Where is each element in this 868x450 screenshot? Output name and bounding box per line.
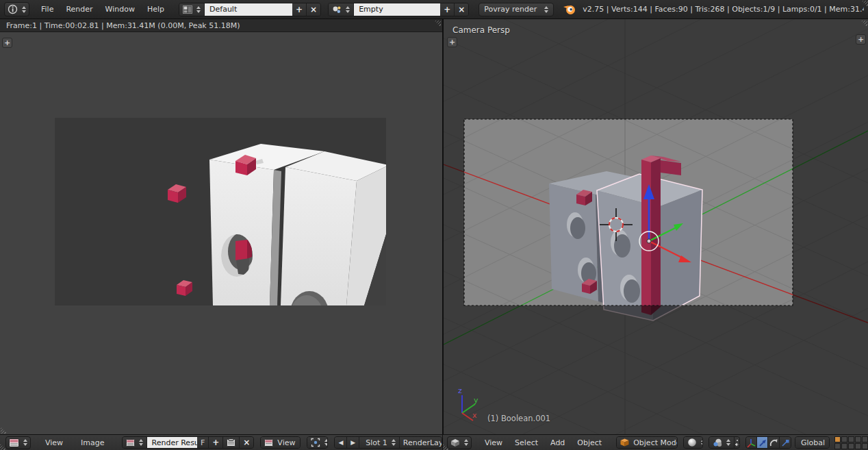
browse-arrows <box>194 6 201 13</box>
menu-render[interactable]: Render <box>60 5 99 14</box>
scale-manipulator-toggle[interactable] <box>780 437 791 449</box>
menu-view[interactable]: View <box>478 438 509 447</box>
info-header: File Render Window Help Default + × <box>0 0 868 19</box>
toolshelf-expand-button[interactable]: + <box>2 38 12 48</box>
manipulate-centers-icon <box>735 439 740 448</box>
image-pack-button[interactable] <box>223 437 240 448</box>
slot-prev-button[interactable]: ◀ <box>335 437 347 448</box>
slot-dropdown[interactable]: Slot 1 <box>359 437 400 448</box>
dropdown-arrows <box>827 439 830 446</box>
manipulator-group <box>745 436 791 449</box>
render-result-image[interactable] <box>55 118 386 305</box>
scene-browse-button[interactable] <box>329 3 354 16</box>
orientation-dropdown[interactable]: Global <box>795 436 830 449</box>
mode-value: Object Mode <box>631 438 678 447</box>
image-datablock: Render Result F + × <box>122 436 255 449</box>
image-editor-area: Frame:1 | Time:00:02.81 | Mem:31.41M (0.… <box>0 19 442 434</box>
pivot-group <box>709 436 740 449</box>
browse-arrows <box>137 439 143 446</box>
dropdown-arrows <box>724 439 730 446</box>
image-unlink-button[interactable]: × <box>240 437 253 448</box>
render-layer-dropdown[interactable]: RenderLay <box>400 437 442 448</box>
mode-value: View <box>275 438 297 447</box>
image-icon <box>126 439 135 447</box>
mode-dropdown[interactable]: Object Mode <box>616 436 678 449</box>
blender-logo-icon <box>563 3 576 16</box>
editor-type-button-image[interactable] <box>5 436 31 449</box>
scene-statistics: v2.75 | Verts:144 | Faces:90 | Tris:268 … <box>583 5 864 14</box>
pivot-dropdown[interactable] <box>307 436 328 449</box>
layer-1-active[interactable] <box>834 436 841 442</box>
editor-mode-dropdown[interactable]: View <box>260 436 301 449</box>
menu-help[interactable]: Help <box>141 5 170 14</box>
shading-sphere-icon <box>687 438 697 447</box>
browse-arrows <box>344 6 350 13</box>
corner-grip[interactable] <box>1 423 11 434</box>
render-info-bar: Frame:1 | Time:00:02.81 | Mem:31.41M (0.… <box>0 19 442 32</box>
fake-user-button[interactable]: F <box>197 437 209 448</box>
blender-window: File Render Window Help Default + × <box>0 0 868 450</box>
menu-select[interactable]: Select <box>509 438 544 447</box>
viewport-shading-dropdown[interactable] <box>683 436 703 449</box>
screen-layout-selector: Default + × <box>179 3 321 16</box>
render-engine-dropdown[interactable]: Povray render <box>478 3 554 16</box>
menu-file[interactable]: File <box>35 5 60 14</box>
image-name-field[interactable]: Render Result <box>147 437 197 448</box>
info-icon <box>8 4 18 14</box>
image-new-button[interactable]: + <box>209 437 223 448</box>
menu-image[interactable]: Image <box>75 438 110 447</box>
render-slot-group: ◀ ▶ Slot 1 RenderLay <box>334 436 442 449</box>
active-object-label: (1) Boolean.001 <box>487 414 550 423</box>
render-layer-value: RenderLay <box>403 438 442 447</box>
layout-add-button[interactable]: + <box>292 3 307 16</box>
pivot-point-icon <box>713 438 722 447</box>
dropdown-arrows <box>542 6 548 13</box>
toolshelf-expand-button[interactable]: + <box>447 37 457 47</box>
pivot-point-dropdown[interactable] <box>709 437 735 448</box>
translate-manipulator-toggle[interactable] <box>757 437 768 449</box>
dropdown-arrows <box>322 439 328 446</box>
menu-add[interactable]: Add <box>544 438 571 447</box>
manipulator-toggle[interactable] <box>746 437 757 449</box>
render-right-slab <box>281 151 386 305</box>
manipulator-axes-icon <box>746 438 756 448</box>
view-mode-icon <box>264 439 273 447</box>
pivot-center-icon <box>311 438 320 447</box>
viewport-canvas[interactable] <box>444 19 868 434</box>
editor-type-button-3dview[interactable] <box>447 436 472 449</box>
viewport-3d-area: Camera Persp z y x (1) Boolean.001 + + <box>442 19 868 434</box>
viewport-3d-header: View Select Add Object Object Mode <box>442 434 868 450</box>
scene-name-field[interactable]: Empty <box>354 3 440 16</box>
scene-add-button[interactable]: + <box>440 3 455 16</box>
render-engine-value: Povray render <box>484 5 537 14</box>
object-mode-icon <box>620 438 629 447</box>
rotate-icon <box>769 438 778 448</box>
dropdown-arrows <box>299 439 301 446</box>
menu-window[interactable]: Window <box>99 5 141 14</box>
layout-delete-button[interactable]: × <box>307 3 320 16</box>
viewport-editor-icon <box>450 438 460 447</box>
image-editor-header: View Image Render Result F + <box>0 434 442 450</box>
layout-browse-button[interactable] <box>179 3 205 16</box>
screen-layout-icon <box>183 5 192 14</box>
slot-next-button[interactable]: ▶ <box>347 437 359 448</box>
image-browse-button[interactable] <box>123 437 147 448</box>
image-editor-icon <box>9 438 19 447</box>
scene-icon <box>332 5 342 14</box>
editor-switch-arrows <box>21 439 27 446</box>
scene-delete-button[interactable]: × <box>455 3 468 16</box>
manipulate-centers-toggle[interactable] <box>735 437 740 449</box>
translate-icon <box>758 438 767 448</box>
menu-view[interactable]: View <box>39 438 69 447</box>
gizmo-x-label: x <box>472 411 477 420</box>
render-info-text: Frame:1 | Time:00:02.81 | Mem:31.41M (0.… <box>6 21 240 30</box>
editor-type-button-info[interactable] <box>4 2 29 16</box>
editor-switch-arrows <box>20 6 26 13</box>
pack-icon <box>227 438 235 447</box>
properties-expand-button[interactable]: + <box>856 34 866 45</box>
menu-object[interactable]: Object <box>571 438 608 447</box>
layout-name-field[interactable]: Default <box>205 3 292 16</box>
rotate-manipulator-toggle[interactable] <box>768 437 779 449</box>
view-name-label: Camera Persp <box>452 25 510 35</box>
layers-widget[interactable] <box>834 436 868 449</box>
